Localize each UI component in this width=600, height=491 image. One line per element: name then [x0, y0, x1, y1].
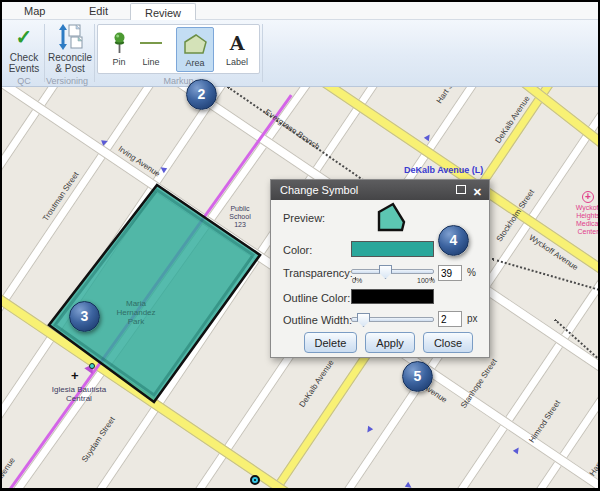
markup-panel: Pin Line Area A Label — [97, 24, 260, 74]
label-public-school: PublicSchool123 — [224, 205, 256, 229]
callout-badge-2: 2 — [186, 79, 217, 110]
dialog-title: Change Symbol — [280, 184, 358, 196]
callout-badge-3: 3 — [69, 301, 100, 332]
fill-color-swatch[interactable] — [351, 241, 434, 257]
outline-width-value-input[interactable] — [438, 311, 462, 327]
label-suydam-street: Suydam Street — [80, 415, 117, 464]
ribbon: ✓ Check Events QC Reconcile & Post — [2, 20, 598, 87]
outline-width-slider[interactable] — [351, 317, 434, 322]
maximize-icon[interactable] — [456, 185, 466, 194]
markup-area-button[interactable]: Area — [176, 27, 214, 72]
area-label: Area — [177, 58, 213, 68]
label-wyckoff-medical: WyckoffHeightsMedicalCenter — [567, 204, 598, 236]
tab-map[interactable]: Map — [10, 2, 59, 20]
app-window: Map Edit Review ✓ Check Events QC — [0, 0, 600, 491]
transparency-max-label: 100% — [417, 277, 435, 284]
check-events-button[interactable]: ✓ Check Events — [6, 24, 42, 74]
reconcile-label2: & Post — [46, 63, 94, 74]
label-label: Label — [218, 57, 256, 67]
callout-badge-5: 5 — [402, 361, 433, 392]
reconcile-icon — [57, 24, 83, 50]
outline-color-swatch[interactable] — [351, 289, 434, 304]
dialog-titlebar[interactable]: Change Symbol ✕ — [271, 180, 489, 200]
pin-icon — [112, 32, 127, 55]
tab-review[interactable]: Review — [130, 3, 196, 20]
check-events-label1: Check — [6, 52, 42, 63]
reconcile-post-button[interactable]: Reconcile & Post — [46, 24, 94, 74]
tab-edit[interactable]: Edit — [75, 2, 122, 20]
change-symbol-dialog: Change Symbol ✕ Preview: Color: Transpar… — [270, 179, 490, 358]
transparency-slider[interactable] — [351, 269, 434, 274]
area-icon — [183, 33, 208, 55]
oneway-arrow — [405, 482, 413, 488]
close-icon[interactable]: ✕ — [473, 182, 482, 202]
line-label: Line — [132, 57, 170, 67]
outline-width-unit: px — [467, 313, 478, 324]
oneway-arrow — [513, 446, 521, 454]
label-maria-hernandez-park: MariaHernandezPark — [105, 299, 167, 326]
group-label-markup: Markup — [97, 76, 260, 86]
label-icon: A — [230, 32, 245, 54]
label-harman-street: Harman Street — [588, 429, 598, 477]
rail-dotted-line — [492, 258, 598, 292]
markup-label-button[interactable]: A Label — [218, 27, 256, 72]
check-icon: ✓ — [16, 32, 33, 43]
reconcile-label1: Reconcile — [46, 52, 94, 63]
color-label: Color: — [283, 244, 312, 256]
label-dekalb-station: DeKalb Avenue (L) — [404, 165, 483, 175]
outline-width-slider-thumb[interactable] — [357, 313, 370, 327]
church-cross-icon: + — [71, 368, 79, 383]
transparency-unit: % — [467, 267, 476, 278]
group-label-qc: QC — [6, 76, 42, 86]
transparency-min-label: 0% — [352, 277, 362, 284]
label-iglesia-bautista: Iglesia BautistaCentral — [45, 385, 113, 403]
markup-line-button[interactable]: Line — [132, 27, 170, 72]
label-himrod-street: Himrod Street — [527, 399, 562, 445]
transparency-value-input[interactable] — [438, 265, 462, 281]
ribbon-tab-strip: Map Edit Review — [2, 2, 598, 20]
outline-width-label: Outline Width: — [283, 314, 352, 326]
callout-badge-4: 4 — [438, 225, 469, 256]
line-icon — [140, 42, 162, 44]
transparency-label: Transparency: — [283, 267, 353, 279]
oneway-arrow — [365, 426, 373, 434]
apply-button[interactable]: Apply — [365, 332, 415, 353]
check-events-label2: Events — [6, 63, 42, 74]
preview-label: Preview: — [283, 212, 325, 224]
subway-station-dot — [250, 475, 260, 485]
transparency-slider-thumb[interactable] — [379, 265, 392, 279]
outline-color-label: Outline Color: — [283, 292, 350, 304]
delete-button[interactable]: Delete — [304, 332, 358, 353]
group-label-versioning: Versioning — [42, 76, 92, 86]
hospital-icon: + — [582, 191, 594, 203]
symbol-preview-shape — [377, 202, 407, 232]
close-button[interactable]: Close — [423, 332, 473, 353]
